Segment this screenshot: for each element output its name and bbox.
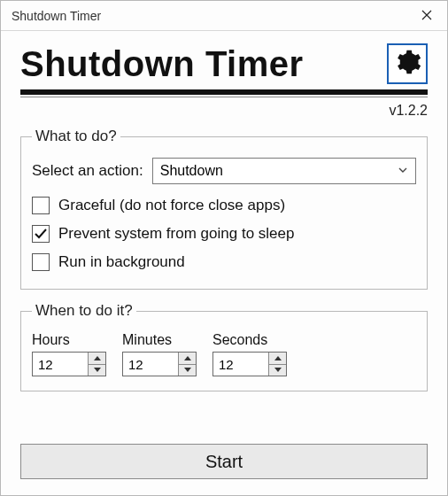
minutes-value[interactable]: 12 xyxy=(123,353,178,376)
seconds-arrows xyxy=(268,353,286,376)
chevron-down-icon xyxy=(398,163,408,179)
titlebar: Shutdown Timer xyxy=(1,1,447,31)
settings-button[interactable] xyxy=(387,43,428,84)
close-icon xyxy=(421,9,432,23)
start-button[interactable]: Start xyxy=(20,444,428,479)
app-title: Shutdown Timer xyxy=(20,44,380,83)
version-label: v1.2.2 xyxy=(20,103,428,119)
hours-up-button[interactable] xyxy=(89,353,105,365)
hours-spinner[interactable]: 12 xyxy=(32,352,106,376)
checkbox-prevent-sleep-row[interactable]: Prevent system from going to sleep xyxy=(32,225,416,243)
checkbox-background-label: Run in background xyxy=(58,253,185,271)
checkbox-graceful-row[interactable]: Graceful (do not force close apps) xyxy=(32,197,416,214)
seconds-value[interactable]: 12 xyxy=(213,353,268,376)
content-area: Shutdown Timer v1.2.2 What to do? Select… xyxy=(1,31,447,495)
gear-icon xyxy=(393,48,421,80)
window-title: Shutdown Timer xyxy=(12,9,406,23)
seconds-up-button[interactable] xyxy=(269,353,286,365)
seconds-spinner[interactable]: 12 xyxy=(212,352,287,376)
start-button-label: Start xyxy=(205,452,243,472)
action-select-value: Shutdown xyxy=(160,163,223,179)
seconds-down-button[interactable] xyxy=(269,365,286,376)
header-rule xyxy=(20,89,428,95)
action-select[interactable]: Shutdown xyxy=(152,158,416,184)
minutes-spinner[interactable]: 12 xyxy=(122,352,197,376)
close-button[interactable] xyxy=(406,1,447,31)
checkbox-prevent-sleep-label: Prevent system from going to sleep xyxy=(58,225,294,243)
group-when: When to do it? Hours 12 Minutes xyxy=(20,302,428,391)
checkbox-background-row[interactable]: Run in background xyxy=(32,253,416,271)
group-what-legend: What to do? xyxy=(32,128,120,145)
checkbox-background[interactable] xyxy=(32,253,50,271)
minutes-column: Minutes 12 xyxy=(122,332,197,376)
header-row: Shutdown Timer xyxy=(20,43,428,84)
seconds-column: Seconds 12 xyxy=(212,332,287,376)
minutes-up-button[interactable] xyxy=(179,353,196,365)
checkbox-graceful-label: Graceful (do not force close apps) xyxy=(58,197,285,214)
action-row: Select an action: Shutdown xyxy=(32,158,416,184)
minutes-down-button[interactable] xyxy=(179,365,196,376)
hours-arrows xyxy=(88,353,105,376)
minutes-arrows xyxy=(178,353,196,376)
group-when-legend: When to do it? xyxy=(32,302,136,320)
app-window: Shutdown Timer Shutdown Timer v1.2.2 Wha… xyxy=(0,0,448,496)
checkbox-graceful[interactable] xyxy=(32,197,50,214)
header-rule-thin xyxy=(20,97,428,97)
seconds-label: Seconds xyxy=(212,332,287,348)
time-row: Hours 12 Minutes 12 xyxy=(32,332,416,376)
hours-value[interactable]: 12 xyxy=(33,353,88,376)
action-select-label: Select an action: xyxy=(32,162,143,180)
hours-label: Hours xyxy=(32,332,106,348)
hours-column: Hours 12 xyxy=(32,332,106,376)
checkbox-prevent-sleep[interactable] xyxy=(32,225,50,243)
hours-down-button[interactable] xyxy=(89,365,105,376)
minutes-label: Minutes xyxy=(122,332,197,348)
group-what-to-do: What to do? Select an action: Shutdown G… xyxy=(20,128,428,290)
